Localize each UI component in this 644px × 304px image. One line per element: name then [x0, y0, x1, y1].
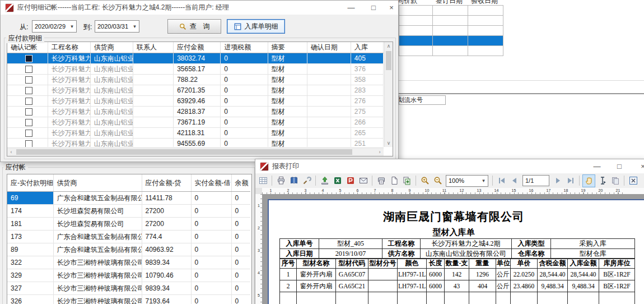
- vertical-scrollbar[interactable]: ∧ ∨: [384, 42, 393, 147]
- scroll-thumb[interactable]: [16, 149, 352, 155]
- bg-row[interactable]: [399, 6, 503, 16]
- payables-row[interactable]: 327长沙市三湘特种玻璃有限公司9839.3400: [7, 282, 250, 295]
- payable-row[interactable]: 长沙万科魅力...山东南山铝业...788.220型材358: [7, 75, 384, 85]
- receipt-detail-label: 入库单明细: [245, 22, 278, 31]
- pages-icon[interactable]: [401, 175, 413, 187]
- scroll-right-icon[interactable]: ›: [376, 148, 384, 156]
- payables-row[interactable]: 181长沙坦森贸易有限公司2720000: [7, 218, 250, 231]
- detail-cell: 公斤: [496, 280, 511, 292]
- grid-header-cell[interactable]: 确认记帐: [7, 42, 48, 53]
- grid-header-cell[interactable]: 应付金额: [174, 42, 221, 53]
- grid-header-cell[interactable]: 余额: [231, 174, 250, 192]
- page-icon[interactable]: [388, 175, 400, 187]
- closebox-icon[interactable]: [627, 175, 639, 187]
- payable-row[interactable]: 长沙万科魅力...山东南山铝业...94555.690型材251: [7, 139, 384, 148]
- tools-icon[interactable]: [301, 175, 312, 187]
- toolbar-separator: [416, 176, 416, 186]
- navnext-icon[interactable]: [552, 175, 563, 187]
- confirm-checkbox[interactable]: [25, 87, 32, 94]
- zoomout-icon[interactable]: [432, 175, 444, 187]
- bg-row[interactable]: [399, 46, 503, 56]
- grid-header-cell[interactable]: 供货商: [90, 42, 133, 53]
- scroll-thumb[interactable]: [386, 51, 391, 70]
- grid-header-cell[interactable]: 工程名称: [48, 42, 90, 53]
- navfirst-icon[interactable]: [496, 175, 507, 187]
- payables-row[interactable]: 89广东合和建筑五金制品有限公司40963.9200: [7, 243, 250, 256]
- navprev-icon[interactable]: [508, 175, 520, 187]
- grid-header-cell[interactable]: 摘要: [268, 42, 307, 53]
- horizontal-scrollbar[interactable]: ‹ ›: [7, 148, 384, 156]
- pdf-icon[interactable]: [344, 175, 356, 187]
- export-icon[interactable]: [319, 175, 330, 187]
- zoomin-icon[interactable]: [419, 175, 431, 187]
- hand-icon[interactable]: [582, 174, 595, 187]
- zoom-select[interactable]: 100%▾: [446, 175, 488, 187]
- mail-icon[interactable]: [357, 175, 369, 187]
- grid-header-cell[interactable]: 联系人: [133, 42, 173, 53]
- close-button[interactable]: ×: [635, 159, 644, 173]
- copy-icon[interactable]: [609, 175, 621, 187]
- grid-header-cell[interactable]: 应付金额-贷: [142, 174, 191, 192]
- grid-header-cell[interactable]: 供货商: [53, 174, 142, 192]
- book-icon[interactable]: [288, 175, 300, 187]
- grid-icon[interactable]: [257, 175, 269, 187]
- query-button[interactable]: 查 询: [167, 19, 221, 34]
- info-label: 工程名称: [382, 239, 421, 249]
- bg-row[interactable]: [399, 16, 503, 26]
- payable-row[interactable]: 长沙万科魅力...山东南山铝业...73671.190型材266: [7, 117, 384, 128]
- report-preview-area[interactable]: 湖南巨晟门窗幕墙有限公司 型材入库单 入库单号型材_405工程名称长沙万科魅力之…: [262, 194, 644, 304]
- payables-row[interactable]: 69广东合和建筑五金制品有限公司11411.7800: [7, 192, 250, 205]
- payable-row[interactable]: 长沙万科魅力...山东南山铝业...63929.460型材276: [7, 96, 384, 107]
- grid-header-cell[interactable]: 进项税额: [221, 42, 268, 53]
- bg-row[interactable]: [399, 36, 503, 46]
- payables-row[interactable]: 329长沙市三湘特种玻璃有限公司10790.4600: [7, 269, 250, 282]
- confirm-checkbox[interactable]: [25, 55, 32, 62]
- bg-empty-grid[interactable]: [399, 5, 503, 56]
- minimize-button[interactable]: —: [589, 159, 605, 173]
- minimize-button[interactable]: —: [343, 1, 359, 15]
- printer-icon[interactable]: [275, 175, 287, 187]
- maximize-button[interactable]: □: [612, 159, 627, 173]
- confirm-checkbox[interactable]: [25, 98, 32, 105]
- confirm-checkbox[interactable]: [25, 66, 32, 73]
- ruler-mark: 16: [522, 188, 540, 194]
- payable-row[interactable]: 长沙万科魅力...山东南山铝业...67201.350型材283: [7, 85, 384, 96]
- ibeam-icon[interactable]: [596, 175, 608, 187]
- scroll-down-icon[interactable]: ∨: [385, 139, 393, 147]
- confirm-checkbox[interactable]: [25, 119, 32, 126]
- payable-row[interactable]: 长沙万科魅力...山东南山铝业...38032.740型材405: [7, 53, 384, 64]
- scroll-left-icon[interactable]: ‹: [7, 148, 15, 156]
- w1-titlebar[interactable]: 应付明细记帐------当前工程: 长沙万科魅力之城4.2期------当前用户…: [1, 1, 398, 15]
- maximize-button[interactable]: □: [366, 1, 381, 15]
- cell-confirm: [7, 96, 48, 107]
- payable-row[interactable]: 长沙万科魅力...山东南山铝业...35658.170型材376: [7, 64, 384, 75]
- grid-header-cell[interactable]: 应-实付款明细ID: [7, 174, 53, 192]
- printsetup-icon[interactable]: [375, 175, 387, 187]
- serial-number-field[interactable]: 计划流水号: [399, 95, 446, 105]
- payables-row[interactable]: 322长沙市三湘特种玻璃有限公司9839.3400: [7, 256, 250, 269]
- payables-row[interactable]: 173广东合和建筑五金制品有限公司774.400: [7, 231, 250, 243]
- cell-confirm: [7, 85, 48, 96]
- grid-header-cell[interactable]: 入库: [351, 42, 383, 53]
- w3-titlebar[interactable]: 报表打印: [255, 159, 644, 173]
- confirm-checkbox[interactable]: [25, 140, 32, 148]
- payable-row[interactable]: 长沙万科魅力...山东南山铝业...42118.310型材265: [7, 128, 384, 139]
- payables-row[interactable]: 174长沙坦森贸易有限公司2720000: [7, 205, 250, 218]
- grid-header-cell[interactable]: 确认日期: [307, 42, 351, 53]
- cell-amount: 73671.19: [174, 117, 221, 128]
- close-button[interactable]: ×: [384, 1, 399, 15]
- bg-row[interactable]: [399, 26, 503, 36]
- page-number-box[interactable]: 1/1: [522, 175, 549, 186]
- grid-header-cell[interactable]: 实付金额-借: [191, 174, 231, 192]
- excel-icon[interactable]: [332, 175, 343, 187]
- payable-row[interactable]: 长沙万科魅力...山东南山铝业...42818.370型材275: [7, 107, 384, 117]
- navlast-icon[interactable]: [564, 175, 576, 187]
- confirm-checkbox[interactable]: [25, 130, 32, 137]
- confirm-checkbox[interactable]: [25, 108, 32, 116]
- to-date-picker[interactable]: 2020/03/31 ▾: [95, 20, 139, 33]
- scroll-up-icon[interactable]: ∧: [385, 42, 393, 50]
- confirm-checkbox[interactable]: [25, 76, 32, 84]
- payables-row[interactable]: 326长沙市三湘特种玻璃有限公司7193.6400: [7, 295, 250, 304]
- receipt-detail-button[interactable]: 入库单明细: [227, 19, 285, 34]
- from-date-picker[interactable]: 2020/02/29 ▾: [32, 20, 77, 33]
